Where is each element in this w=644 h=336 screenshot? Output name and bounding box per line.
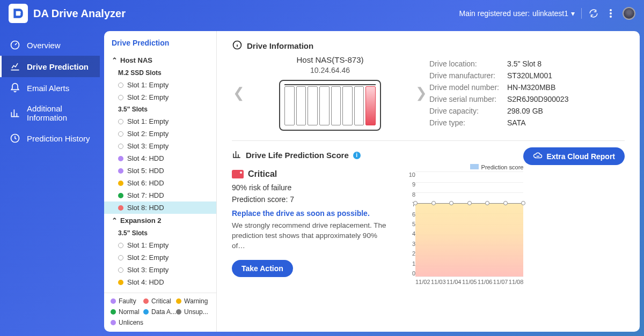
legend-item: Unsup... xyxy=(176,308,209,316)
slot-item[interactable]: Slot 7: HDD xyxy=(104,189,216,201)
user-avatar[interactable] xyxy=(623,7,635,20)
chevron-down-icon: ▾ xyxy=(571,9,575,18)
chart-legend: Prediction score xyxy=(404,164,523,170)
prediction-body: We strongly recommend drive replacement.… xyxy=(232,221,387,251)
slot-item[interactable]: Slot 5: HDD xyxy=(104,165,216,177)
nas-ip: 10.24.64.46 xyxy=(247,66,413,74)
risk-text: 90% risk of failure xyxy=(232,183,387,192)
slot-item[interactable]: Slot 4: HDD xyxy=(104,276,216,288)
nav-additional-info[interactable]: Additional Information xyxy=(0,99,100,128)
take-action-button[interactable]: Take Action xyxy=(232,260,293,277)
slot-item[interactable]: Slot 4: HDD xyxy=(104,152,216,165)
legend-item: Warning xyxy=(176,297,209,305)
nav-overview[interactable]: Overview xyxy=(0,34,100,56)
bar-chart-icon xyxy=(10,108,20,118)
help-icon[interactable]: i xyxy=(353,152,361,159)
status-bullet xyxy=(118,156,123,161)
slot-item[interactable]: Slot 2: Empty xyxy=(104,251,216,264)
drive-critical-icon xyxy=(232,170,244,178)
tree-section[interactable]: ⌃Expansion 2 xyxy=(104,214,216,227)
chart-line-icon xyxy=(10,61,20,72)
tree-section[interactable]: ⌃Host NAS xyxy=(104,54,216,67)
svg-point-0 xyxy=(19,11,21,13)
user-dropdown[interactable]: Main registered user: ulinkatest1 ▾ xyxy=(459,9,575,18)
tree-title: Drive Prediction xyxy=(104,31,216,54)
slot-item[interactable]: Slot 2: Empty xyxy=(104,91,216,103)
status-bullet xyxy=(118,83,123,88)
status-bullet xyxy=(118,181,123,186)
slot-item[interactable]: Slot 1: Empty xyxy=(104,115,216,128)
extra-cloud-report-button[interactable]: Extra Cloud Report xyxy=(523,147,625,165)
info-icon xyxy=(232,40,243,52)
legend-item: Faulty xyxy=(111,297,143,305)
slot-item[interactable]: Slot 3: Empty xyxy=(104,140,216,152)
drive-tree: Drive Prediction ⌃Host NASM.2 SSD SlotsS… xyxy=(104,31,217,332)
slot-item[interactable]: Slot 3: Empty xyxy=(104,264,216,276)
nas-diagram xyxy=(279,80,381,131)
next-nas-button[interactable]: ❯ xyxy=(414,85,428,101)
svg-point-3 xyxy=(610,16,612,18)
nav-prediction-history[interactable]: Prediction History xyxy=(0,128,100,149)
prediction-chart: 109876543210 11/0211/0311/0411/0511/0611… xyxy=(404,171,523,284)
clock-icon xyxy=(10,133,20,144)
status-bullet xyxy=(118,255,123,260)
gauge-icon xyxy=(10,40,20,50)
cloud-report-icon xyxy=(533,152,543,161)
sidebar: Overview Drive Prediction Email Alerts A… xyxy=(0,27,100,336)
chevron-up-icon: ⌃ xyxy=(112,56,118,64)
app-title: DA Drive Analyzer xyxy=(33,8,126,20)
status-bullet xyxy=(118,243,123,248)
chevron-up-icon: ⌃ xyxy=(112,216,118,225)
nas-name: Host NAS(TS-873) xyxy=(247,55,413,64)
nav-email-alerts[interactable]: Email Alerts xyxy=(0,77,100,99)
score-text: Prediction score: 7 xyxy=(232,195,387,204)
slot-item[interactable]: Slot 8: HDD xyxy=(104,201,216,214)
drive-information-title: Drive Information xyxy=(232,40,625,52)
refresh-icon[interactable] xyxy=(588,8,599,19)
status-bullet xyxy=(118,168,123,174)
prediction-headline: Replace the drive as soon as possible. xyxy=(232,209,387,218)
svg-point-2 xyxy=(610,12,612,14)
slot-item[interactable]: Slot 1: Empty xyxy=(104,239,216,251)
slot-item[interactable]: Slot 6: HDD xyxy=(104,177,216,189)
bell-icon xyxy=(10,83,20,93)
prediction-title: Drive Life Prediction Score i xyxy=(232,150,523,161)
bar-chart-icon xyxy=(232,150,241,161)
legend-item: Unlicensed xyxy=(111,319,143,326)
status-bullet xyxy=(118,144,123,149)
status-badge: Critical xyxy=(232,169,387,179)
slot-item[interactable]: Slot 1: Empty xyxy=(104,79,216,91)
status-bullet xyxy=(118,280,123,285)
status-bullet xyxy=(118,95,123,100)
slot-item[interactable]: Slot 2: Empty xyxy=(104,128,216,140)
status-bullet xyxy=(118,193,123,198)
nav-drive-prediction[interactable]: Drive Prediction xyxy=(0,56,100,77)
svg-point-1 xyxy=(610,9,612,11)
status-bullet xyxy=(118,119,123,124)
more-icon[interactable] xyxy=(605,8,616,19)
status-bullet xyxy=(118,205,123,211)
status-bullet xyxy=(118,267,123,273)
legend-item: Data A... xyxy=(143,308,176,316)
legend-item: Normal xyxy=(111,308,143,316)
legend-item: Critical xyxy=(143,297,176,305)
prev-nas-button[interactable]: ❮ xyxy=(232,85,246,101)
status-bullet xyxy=(118,131,123,137)
app-logo xyxy=(9,4,28,23)
